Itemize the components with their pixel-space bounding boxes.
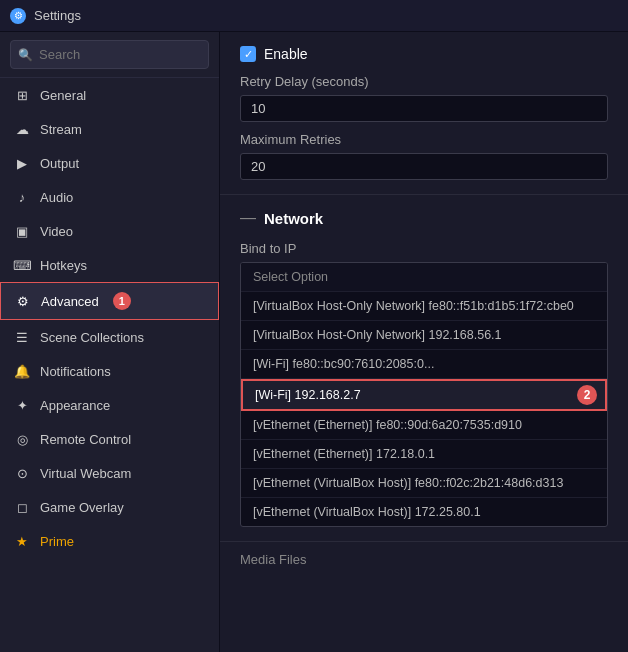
sidebar-item-label: Audio xyxy=(40,190,73,205)
sidebar-item-label: Advanced xyxy=(41,294,99,309)
bind-to-ip-label: Bind to IP xyxy=(240,241,608,256)
sidebar-item-game-overlay[interactable]: ◻ Game Overlay xyxy=(0,490,219,524)
dropdown-item-wifi-192[interactable]: [Wi-Fi] 192.168.2.7 2 xyxy=(241,379,607,411)
sidebar-item-label: Stream xyxy=(40,122,82,137)
title-bar: ⚙ Settings xyxy=(0,0,628,32)
network-title: Network xyxy=(264,210,323,227)
section-dash: — xyxy=(240,209,256,227)
prime-icon: ★ xyxy=(14,533,30,549)
sidebar-item-label: General xyxy=(40,88,86,103)
stream-icon: ☁ xyxy=(14,121,30,137)
notifications-icon: 🔔 xyxy=(14,363,30,379)
sidebar-item-label: Notifications xyxy=(40,364,111,379)
sidebar-item-hotkeys[interactable]: ⌨ Hotkeys xyxy=(0,248,219,282)
enable-label: Enable xyxy=(264,46,308,62)
scene-collections-icon: ☰ xyxy=(14,329,30,345)
dropdown-item-veth-fe80[interactable]: [vEthernet (Ethernet)] fe80::90d:6a20:75… xyxy=(241,411,607,440)
sidebar-item-prime[interactable]: ★ Prime xyxy=(0,524,219,558)
sidebar-item-audio[interactable]: ♪ Audio xyxy=(0,180,219,214)
retry-delay-input[interactable] xyxy=(240,95,608,122)
bind-to-ip-dropdown[interactable]: Select Option [VirtualBox Host-Only Netw… xyxy=(240,262,608,527)
retry-delay-label: Retry Delay (seconds) xyxy=(240,74,608,89)
max-retries-input[interactable] xyxy=(240,153,608,180)
sidebar-item-general[interactable]: ⊞ General xyxy=(0,78,219,112)
sidebar-item-remote-control[interactable]: ◎ Remote Control xyxy=(0,422,219,456)
video-icon: ▣ xyxy=(14,223,30,239)
sidebar-item-label: Hotkeys xyxy=(40,258,87,273)
dropdown-item-wifi-fe80[interactable]: [Wi-Fi] fe80::bc90:7610:2085:0... xyxy=(241,350,607,379)
sidebar-item-label: Prime xyxy=(40,534,74,549)
dropdown-item-vbox2[interactable]: [VirtualBox Host-Only Network] 192.168.5… xyxy=(241,321,607,350)
app-title: Settings xyxy=(34,8,81,23)
search-wrapper: 🔍 xyxy=(10,40,209,69)
remote-control-icon: ◎ xyxy=(14,431,30,447)
dropdown-item-veth-172[interactable]: [vEthernet (Ethernet)] 172.18.0.1 xyxy=(241,440,607,469)
sidebar-item-virtual-webcam[interactable]: ⊙ Virtual Webcam xyxy=(0,456,219,490)
app-icon: ⚙ xyxy=(10,8,26,24)
dropdown-item-vbox-f02c[interactable]: [vEthernet (VirtualBox Host)] fe80::f02c… xyxy=(241,469,607,498)
sidebar-item-label: Remote Control xyxy=(40,432,131,447)
dropdown-item-select-option[interactable]: Select Option xyxy=(241,263,607,292)
content-area: ✓ Enable Retry Delay (seconds) Maximum R… xyxy=(220,32,628,652)
sidebar-item-video[interactable]: ▣ Video xyxy=(0,214,219,248)
sidebar-item-advanced[interactable]: ⚙ Advanced 1 xyxy=(0,282,219,320)
max-retries-label: Maximum Retries xyxy=(240,132,608,147)
appearance-icon: ✦ xyxy=(14,397,30,413)
dropdown-item-vbox-172-25[interactable]: [vEthernet (VirtualBox Host)] 172.25.80.… xyxy=(241,498,607,526)
dropdown-item-vbox1[interactable]: [VirtualBox Host-Only Network] fe80::f51… xyxy=(241,292,607,321)
search-container: 🔍 xyxy=(0,32,219,78)
audio-icon: ♪ xyxy=(14,189,30,205)
enable-row: ✓ Enable xyxy=(240,46,608,62)
sidebar-item-label: Appearance xyxy=(40,398,110,413)
advanced-badge: 1 xyxy=(113,292,131,310)
selected-badge: 2 xyxy=(577,385,597,405)
general-icon: ⊞ xyxy=(14,87,30,103)
sidebar-item-appearance[interactable]: ✦ Appearance xyxy=(0,388,219,422)
sidebar: 🔍 ⊞ General ☁ Stream ▶ Output ♪ Audio ▣ … xyxy=(0,32,220,652)
sidebar-item-label: Video xyxy=(40,224,73,239)
sidebar-item-label: Scene Collections xyxy=(40,330,144,345)
virtual-webcam-icon: ⊙ xyxy=(14,465,30,481)
enable-checkbox[interactable]: ✓ xyxy=(240,46,256,62)
reconnect-section: ✓ Enable Retry Delay (seconds) Maximum R… xyxy=(220,32,628,195)
advanced-icon: ⚙ xyxy=(15,293,31,309)
sidebar-item-label: Virtual Webcam xyxy=(40,466,131,481)
search-icon: 🔍 xyxy=(18,48,33,62)
sidebar-item-label: Output xyxy=(40,156,79,171)
network-section-header: — Network xyxy=(240,209,608,227)
hotkeys-icon: ⌨ xyxy=(14,257,30,273)
game-overlay-icon: ◻ xyxy=(14,499,30,515)
sidebar-item-label: Game Overlay xyxy=(40,500,124,515)
output-icon: ▶ xyxy=(14,155,30,171)
search-input[interactable] xyxy=(10,40,209,69)
network-section: — Network Bind to IP Select Option [Virt… xyxy=(220,195,628,541)
media-files-label: Media Files xyxy=(220,541,628,577)
sidebar-item-output[interactable]: ▶ Output xyxy=(0,146,219,180)
sidebar-item-stream[interactable]: ☁ Stream xyxy=(0,112,219,146)
sidebar-item-notifications[interactable]: 🔔 Notifications xyxy=(0,354,219,388)
main-layout: 🔍 ⊞ General ☁ Stream ▶ Output ♪ Audio ▣ … xyxy=(0,32,628,652)
sidebar-item-scene-collections[interactable]: ☰ Scene Collections xyxy=(0,320,219,354)
